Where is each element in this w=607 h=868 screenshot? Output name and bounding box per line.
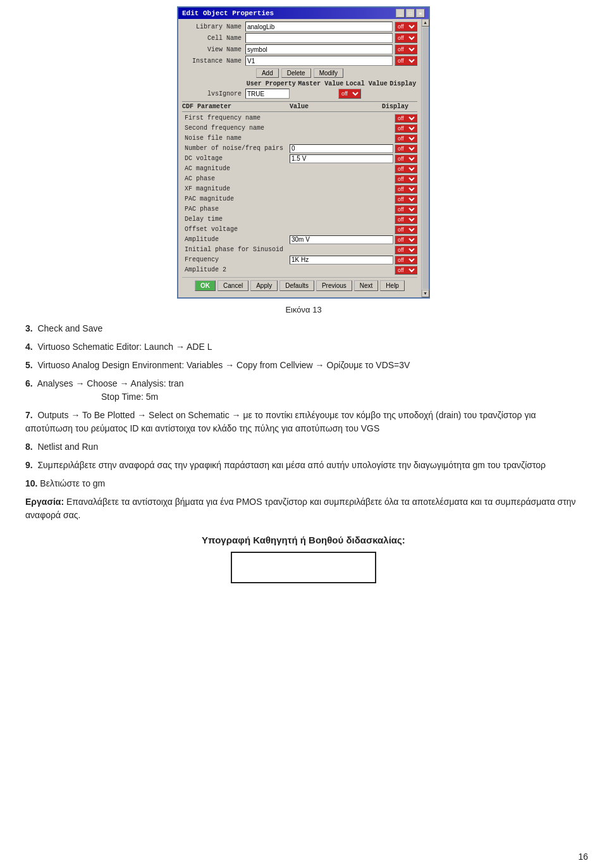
cdf-value-input-4[interactable]	[290, 154, 393, 163]
cdf-value-empty-5	[290, 164, 393, 173]
modify-button[interactable]: Modify	[314, 68, 343, 78]
cdf-row-2: Noise file nameoff ▼	[182, 133, 417, 143]
master-value-header: Master Value	[298, 80, 343, 87]
section-6: 6. Analyses → Choose → Analysis: tran St…	[25, 377, 582, 404]
view-name-label: View Name	[182, 46, 245, 53]
cdf-param-label-12: Amplitude	[182, 236, 290, 243]
cdf-row-10: Delay timeoff ▼	[182, 214, 417, 224]
cdf-display-sel-3[interactable]: off ▼	[395, 144, 417, 153]
cancel-button[interactable]: Cancel	[218, 280, 248, 291]
close-button[interactable]: ×	[416, 9, 425, 18]
cdf-param-label-15: Amplitude 2	[182, 266, 290, 273]
cdf-value-input-3[interactable]	[290, 144, 393, 153]
apply-button[interactable]: Apply	[250, 280, 278, 291]
cdf-display-sel-8[interactable]: off ▼	[395, 195, 417, 204]
cdf-param-label-10: Delay time	[182, 216, 290, 223]
cdf-row-8: PAC magnitudeoff ▼	[182, 194, 417, 204]
previous-button[interactable]: Previous	[316, 280, 352, 291]
cdf-row-5: AC magnitudeoff ▼	[182, 164, 417, 173]
instance-name-input[interactable]	[245, 56, 393, 66]
cdf-display-sel-9[interactable]: off ▼	[395, 205, 417, 214]
cdf-row-4: DC voltageoff ▼	[182, 154, 417, 163]
signature-box	[231, 552, 376, 583]
lvs-ignore-row: lvsIgnore off ▼	[182, 89, 417, 99]
cell-name-input[interactable]	[245, 33, 393, 43]
minimize-button[interactable]: _	[396, 9, 405, 18]
section-7: 7. Outputs → To Be Plotted → Select on S…	[25, 409, 582, 435]
defaults-button[interactable]: Defaults	[279, 280, 314, 291]
cdf-parameter-header: CDF Parameter	[182, 103, 290, 110]
signature-label: Υπογραφή Καθηγητή ή Βοηθού διδασκαλίας:	[202, 535, 405, 545]
cdf-row-3: Number of noise/freq pairsoff ▼	[182, 144, 417, 153]
scrollbar[interactable]: ▲ ▼	[421, 19, 429, 297]
cdf-display-sel-13[interactable]: off ▼	[395, 245, 417, 254]
next-button[interactable]: Next	[354, 280, 379, 291]
scroll-track[interactable]	[422, 27, 429, 289]
cdf-display-sel-4[interactable]: off ▼	[395, 154, 417, 163]
section-6-main: Analyses → Choose → Analysis: tran	[37, 378, 184, 388]
lvs-ignore-local	[292, 89, 336, 99]
cdf-row-0: First frequency nameoff ▼	[182, 113, 417, 123]
ok-button[interactable]: OK	[195, 280, 216, 291]
section-6-sub: Stop Time: 5m	[101, 392, 158, 402]
library-name-input[interactable]	[245, 22, 393, 32]
cdf-value-input-12[interactable]	[290, 235, 393, 244]
dialog-title: Edit Object Properties	[182, 9, 274, 17]
cdf-display-sel-6[interactable]: off ▼	[395, 175, 417, 183]
view-name-display[interactable]: off ▼	[395, 44, 417, 54]
instance-name-label: Instance Name	[182, 58, 245, 65]
cdf-row-7: XF magnitudeoff ▼	[182, 184, 417, 194]
maximize-button[interactable]: □	[406, 9, 415, 18]
cdf-display-sel-15[interactable]: off ▼	[395, 266, 417, 275]
view-name-row: View Name off ▼	[182, 44, 417, 54]
cdf-display-sel-7[interactable]: off ▼	[395, 185, 417, 194]
view-name-input[interactable]	[245, 44, 393, 54]
dialog-titlebar: Edit Object Properties _ □ ×	[178, 8, 429, 19]
library-name-row: Library Name off ▼	[182, 22, 417, 32]
cdf-display-sel-5[interactable]: off ▼	[395, 164, 417, 173]
cdf-display-sel-0[interactable]: off ▼	[395, 114, 417, 123]
lvs-ignore-value[interactable]	[245, 89, 290, 99]
dialog-footer: OK Cancel Apply Defaults Previous Next H…	[182, 277, 417, 294]
cdf-display-header: Display	[373, 103, 417, 110]
edit-object-properties-dialog: Edit Object Properties _ □ × Library Nam…	[177, 6, 430, 299]
lvs-ignore-label: lvsIgnore	[182, 90, 245, 97]
lvs-ignore-display[interactable]: off ▼	[338, 89, 361, 99]
local-value-header: Local Value	[346, 80, 388, 87]
page-number: 16	[578, 852, 588, 862]
cdf-display-sel-1[interactable]: off ▼	[395, 124, 417, 133]
scroll-up-button[interactable]: ▲	[422, 19, 429, 27]
scroll-down-button[interactable]: ▼	[422, 290, 429, 297]
cdf-row-1: Second frequency nameoff ▼	[182, 123, 417, 133]
cdf-display-sel-10[interactable]: off ▼	[395, 215, 417, 224]
cdf-param-label-14: Frequency	[182, 256, 290, 263]
cdf-display-sel-11[interactable]: off ▼	[395, 225, 417, 234]
library-name-display[interactable]: off ▼	[395, 22, 417, 32]
instance-name-display[interactable]: off ▼	[395, 56, 417, 66]
cell-name-row: Cell Name off ▼	[182, 33, 417, 43]
section-3: 3. Check and Save	[25, 322, 582, 335]
cdf-display-sel-14[interactable]: off ▼	[395, 256, 417, 264]
cdf-value-empty-9	[290, 205, 393, 214]
cdf-param-label-0: First frequency name	[182, 115, 290, 121]
add-delete-modify-row: Add Delete Modify	[182, 68, 417, 78]
cdf-value-input-14[interactable]	[290, 256, 393, 264]
cdf-display-sel-12[interactable]: off ▼	[395, 235, 417, 244]
cdf-row-13: Initial phase for Sinusoidoff ▼	[182, 245, 417, 254]
cdf-value-empty-1	[290, 124, 393, 133]
cell-name-display[interactable]: off ▼	[395, 33, 417, 43]
add-button[interactable]: Add	[256, 68, 279, 78]
delete-button[interactable]: Delete	[281, 68, 311, 78]
cdf-row-11: Offset voltageoff ▼	[182, 225, 417, 234]
help-button[interactable]: Help	[380, 280, 405, 291]
library-name-label: Library Name	[182, 23, 245, 30]
cdf-value-empty-10	[290, 215, 393, 224]
cdf-display-sel-2[interactable]: off ▼	[395, 134, 417, 143]
cdf-param-label-4: DC voltage	[182, 155, 290, 162]
cdf-param-label-11: Offset voltage	[182, 226, 290, 233]
cdf-section-header: CDF Parameter Value Display	[182, 101, 417, 112]
cdf-row-9: PAC phaseoff ▼	[182, 204, 417, 214]
figure-caption: Εικόνα 13	[0, 305, 607, 314]
section-8: 8. Netlist and Run	[25, 440, 582, 454]
cdf-param-label-1: Second frequency name	[182, 125, 290, 132]
